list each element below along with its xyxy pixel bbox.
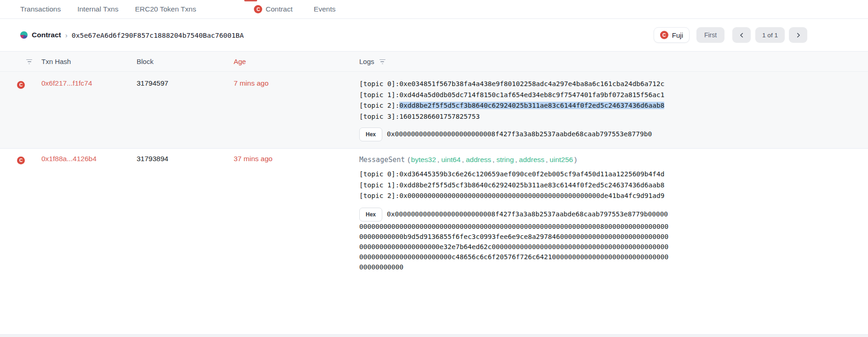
topic-value: 0xe034851f567b38fa4a438e9f80102258adc4a2… [399, 80, 664, 87]
hex-toggle-button[interactable]: Hex [359, 128, 382, 141]
contract-tx-icon: C [17, 157, 25, 164]
age-value: 37 mins ago [234, 154, 359, 163]
column-txn-hash: Txn Hash [41, 58, 137, 65]
topic-label: [topic 3]: [359, 113, 399, 120]
topic-label: [topic 2]: [359, 102, 399, 109]
tab-contract[interactable]: C Contract [254, 5, 293, 13]
topic-value-selected: 0xdd8be2f5f5d5cf3b8640c62924025b311ae83c… [399, 102, 664, 109]
hex-data: 0x0000000000000000000000008f427f3a3a8b25… [359, 210, 668, 271]
next-row-edge [0, 335, 868, 337]
topic-line: [topic 1]:0xd4d4a5d0db05dc714f8150c1af65… [359, 90, 671, 101]
breadcrumb: Contract › 0x5e67eA6d6f290F857c1888204b7… [20, 31, 244, 39]
block-number: 31793894 [137, 154, 234, 163]
row-badge-cell: C [17, 79, 41, 89]
block-number: 31794597 [137, 79, 234, 87]
logs-cell: [topic 0]:0xe034851f567b38fa4a438e9f8010… [359, 79, 671, 141]
tab-label: Transactions [20, 5, 61, 13]
pagination-page-indicator[interactable]: 1 of 1 [755, 27, 785, 43]
topic-label: [topic 2]: [359, 192, 399, 199]
comma: , [437, 156, 439, 163]
column-block: Block [137, 58, 234, 65]
topic-value: 16015286601757825753 [399, 113, 480, 120]
event-name: MessageSent [359, 156, 405, 164]
network-label: Fuji [672, 31, 683, 39]
tab-label: Events [314, 5, 335, 13]
comma: , [462, 156, 464, 163]
comma: , [493, 156, 494, 163]
topic-value: 0xdd8be2f5f5d5cf3b8640c62924025b311ae83c… [399, 181, 664, 189]
event-param-type: uint64 [441, 156, 460, 163]
topic-line: [topic 0]:0xd36445359b3c6e26c120659aef09… [359, 169, 671, 180]
column-logs: Logs [359, 58, 848, 65]
chevron-left-icon [739, 33, 744, 38]
hex-data-block: Hex0x0000000000000000000000008f427f3a3a8… [359, 128, 671, 141]
logs-cell: MessageSent(bytes32,uint64,address,strin… [359, 154, 671, 272]
topic-line: [topic 3]:16015286601757825753 [359, 111, 671, 122]
row-badge-cell: C [17, 154, 41, 164]
toolbar-right: C Fuji First 1 of 1 [654, 27, 807, 43]
table-row: C 0x6f217...f1fc74 31794597 7 mins ago [… [0, 72, 868, 149]
event-param-type: uint256 [550, 156, 573, 163]
tab-label: Contract [265, 5, 293, 13]
paren-close: ) [575, 156, 577, 163]
event-param-type: address [466, 156, 491, 163]
event-param-type: bytes32 [411, 156, 436, 163]
comma: , [515, 156, 517, 163]
paren-open: ( [408, 156, 410, 163]
topic-line: [topic 2]:0xdd8be2f5f5d5cf3b8640c6292402… [359, 100, 671, 111]
topic-label: [topic 0]: [359, 170, 399, 178]
topic-label: [topic 1]: [359, 181, 399, 189]
breadcrumb-section: Contract [32, 31, 61, 39]
breadcrumb-separator: › [65, 31, 68, 39]
pagination-first-button[interactable]: First [696, 27, 724, 43]
chevron-right-icon [796, 33, 801, 38]
active-tab-indicator [244, 0, 257, 1]
txn-hash-link[interactable]: 0x1f88a...4126b4 [41, 154, 137, 163]
tab-transactions[interactable]: Transactions [20, 5, 61, 13]
topic-line: [topic 1]:0xdd8be2f5f5d5cf3b8640c6292402… [359, 180, 671, 191]
hex-data-block: Hex0x0000000000000000000000008f427f3a3a8… [359, 208, 671, 272]
tab-erc20-token-txns[interactable]: ERC20 Token Txns [135, 5, 196, 13]
logs-filter-icon[interactable] [379, 59, 385, 64]
topic-label: [topic 0]: [359, 80, 399, 87]
topic-value: 0x00000000000000000000000000000000000000… [399, 192, 664, 199]
tab-label: ERC20 Token Txns [135, 5, 196, 13]
topic-label: [topic 1]: [359, 91, 399, 99]
column-age[interactable]: Age [234, 58, 359, 65]
network-icon: C [660, 31, 668, 39]
event-param-type: string [496, 156, 514, 163]
table-row: C 0x1f88a...4126b4 31793894 37 mins ago … [0, 149, 868, 335]
filter-icon[interactable] [17, 59, 41, 64]
hex-toggle-button[interactable]: Hex [359, 208, 382, 221]
comma: , [546, 156, 548, 163]
contract-address: 0x5e67eA6d6f290F857c1888204b7540Bac76001… [72, 31, 244, 39]
contract-sphere-icon [20, 31, 28, 39]
txn-hash-link[interactable]: 0x6f217...f1fc74 [41, 79, 137, 87]
tab-bar: Transactions Internal Txns ERC20 Token T… [0, 0, 868, 19]
tab-label: Internal Txns [77, 5, 118, 13]
hex-data: 0x0000000000000000000000008f427f3a3a8b25… [387, 130, 652, 138]
tab-events[interactable]: Events [314, 5, 335, 13]
events-table-header: Txn Hash Block Age Logs [0, 52, 868, 72]
topic-value: 0xd36445359b3c6e26c120659aef090ce0f2eb00… [399, 170, 664, 178]
topic-value: 0xd4d4a5d0db05dc714f8150c1af654ed34eb8c9… [399, 91, 664, 99]
event-param-type: address [519, 156, 544, 163]
tab-internal-txns[interactable]: Internal Txns [77, 5, 118, 13]
event-signature: MessageSent(bytes32,uint64,address,strin… [359, 154, 671, 165]
contract-tx-icon: C [17, 81, 25, 89]
contract-toolbar: Contract › 0x5e67eA6d6f290F857c1888204b7… [0, 19, 868, 52]
column-logs-label: Logs [359, 58, 374, 65]
topic-line: [topic 2]:0x0000000000000000000000000000… [359, 191, 671, 202]
network-badge[interactable]: C Fuji [654, 27, 690, 43]
age-value: 7 mins ago [234, 79, 359, 87]
pagination-prev-button[interactable] [732, 27, 751, 43]
contract-badge-icon: C [254, 5, 262, 13]
topic-line: [topic 0]:0xe034851f567b38fa4a438e9f8010… [359, 79, 671, 90]
pagination-next-button[interactable] [789, 27, 807, 43]
